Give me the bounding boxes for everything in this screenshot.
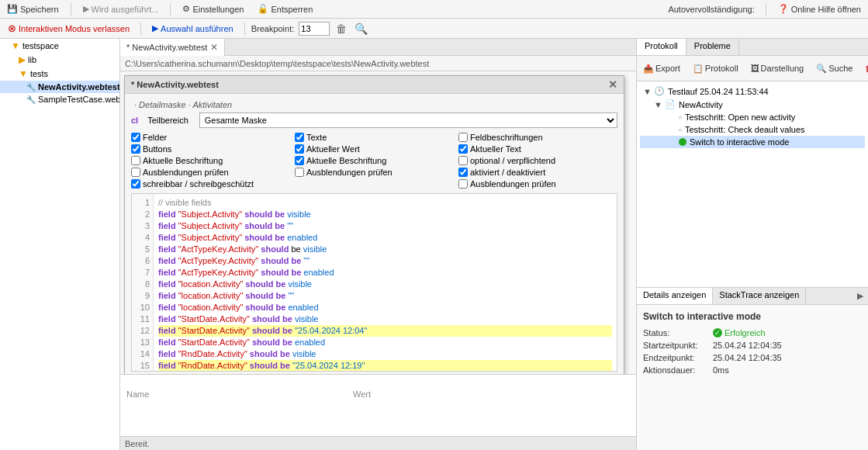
- step-check[interactable]: ▫ Testschritt: Check deault values: [640, 123, 865, 136]
- editor-tab[interactable]: * NewActivity.webtest ✕: [120, 39, 225, 56]
- clock-icon: 🕐: [654, 86, 665, 96]
- teilbereich-select[interactable]: Gesamte Maske: [199, 112, 617, 128]
- tab-protokoll[interactable]: Protokoll: [637, 39, 686, 55]
- unlock-button[interactable]: 🔓 Entsperren: [254, 2, 316, 16]
- code-line: field "RndDate.Activity" should be visib…: [158, 348, 612, 360]
- save-button[interactable]: 💾 Speichern: [3, 2, 63, 16]
- code-line: field "location.Activity" should be "": [158, 290, 612, 302]
- protokoll-leeren-button[interactable]: 🗑 Protokoll leeren: [862, 58, 868, 78]
- tree-item-tests[interactable]: ▼ tests: [0, 67, 119, 81]
- collapse-button[interactable]: ▶: [852, 288, 868, 304]
- checkbox-akt-beschrift1[interactable]: [131, 156, 140, 165]
- right-tabs: Protokoll Probleme: [637, 39, 868, 56]
- protokoll-icon: 📋: [693, 64, 704, 74]
- step-label: Switch to interactive mode: [690, 137, 789, 147]
- export-icon: 📤: [643, 64, 654, 74]
- status-bar: Bereit.: [120, 436, 636, 450]
- newactivity-label: NewActivity: [679, 100, 723, 109]
- dialog-title: * NewActivity.webtest: [131, 80, 219, 89]
- checkbox-aktiviert[interactable]: [458, 168, 468, 177]
- right-panel: Protokoll Probleme 📤 Export 📋 Protokoll …: [637, 39, 868, 450]
- dialog-close-button[interactable]: ✕: [608, 78, 617, 91]
- tab-probleme[interactable]: Probleme: [686, 39, 739, 55]
- protokoll-button[interactable]: 📋 Protokoll: [690, 63, 742, 74]
- details-end-row: Endzeitpunkt: 25.04.24 12:04:35: [643, 353, 862, 362]
- test-icon: 📄: [665, 99, 676, 109]
- file-path-text: C:\Users\catherina.schumann\Desktop\temp…: [125, 59, 429, 68]
- code-line-highlighted: field "RndDate.Activity" should be "25.0…: [158, 360, 612, 371]
- details-content: Switch to interactive mode Status: Erfol…: [637, 305, 868, 450]
- code-line: field "ActTypeKey.Activity" should be en…: [158, 267, 612, 279]
- tab-label: * NewActivity.webtest: [126, 43, 207, 52]
- checkbox-akt-wert[interactable]: [295, 144, 304, 154]
- code-editor[interactable]: 12345 678910 1112131415 1617 /** * Detai…: [120, 71, 636, 374]
- cl-label: cl: [131, 116, 138, 125]
- tree-item-testspace[interactable]: ▼ testspace: [0, 39, 119, 53]
- delete-button[interactable]: 🗑: [334, 21, 348, 36]
- tree-item-lib[interactable]: ▶ lib: [0, 53, 119, 67]
- duration-value: 0ms: [713, 365, 729, 375]
- code-line: field "Subject.Activity" should be visib…: [158, 209, 612, 220]
- details-title: Switch to interactive mode: [643, 311, 862, 322]
- step-open[interactable]: ▫ Testschritt: Open new activity: [640, 111, 865, 123]
- details-duration-row: Aktionsdauer: 0ms: [643, 365, 862, 375]
- tree-item-newactivity[interactable]: 🔧 NewActivity.webtest: [0, 81, 119, 93]
- details-status-row: Status: Erfolgreich: [643, 328, 862, 338]
- cb-ausblend2: Ausblendungen prüfen: [295, 168, 454, 177]
- checkbox-optional[interactable]: [458, 156, 468, 165]
- dialog-overlay: * NewActivity.webtest ✕ · Detailmaske · …: [120, 71, 636, 374]
- step-icon: ▫: [679, 112, 682, 122]
- cb-texte: Texte: [295, 133, 454, 142]
- auswahl-button[interactable]: ▶ Auswahl ausführen: [147, 22, 238, 35]
- settings-button[interactable]: ⚙ Einstellungen: [178, 2, 247, 16]
- top-toolbar: 💾 Speichern ▶ Wird ausgeführt... ⚙ Einst…: [0, 0, 868, 19]
- code-area[interactable]: 12345 678910 1112131415 161718 // visibl…: [131, 193, 617, 372]
- teilbereich-row: cl Teilbereich Gesamte Maske: [131, 112, 617, 128]
- darstellung-button[interactable]: 🖼 Darstellung: [748, 63, 807, 74]
- checkbox-buttons[interactable]: [131, 144, 140, 154]
- tree-item-sampletestcase[interactable]: 🔧 SampleTestCase.webtest: [0, 93, 119, 106]
- running-button[interactable]: ▶ Wird ausgeführt...: [79, 2, 163, 16]
- checkbox-ausblend1[interactable]: [131, 168, 140, 177]
- expand-icon: ▼: [654, 100, 662, 109]
- right-bottom: Details anzeigen StackTrace anzeigen ▶ S…: [637, 287, 868, 450]
- checkbox-akt-text[interactable]: [458, 144, 468, 154]
- cb-felder: Felder: [131, 133, 290, 142]
- checkbox-ausblend2[interactable]: [295, 168, 304, 177]
- checkbox-schreibbar[interactable]: [131, 179, 140, 189]
- online-help-button[interactable]: ❓ Online Hilfe öffnen: [774, 2, 865, 16]
- main-container: ▼ testspace ▶ lib ▼ tests 🔧 NewActivity.…: [0, 39, 868, 450]
- export-button[interactable]: 📤 Export: [640, 63, 683, 74]
- tab-close-button[interactable]: ✕: [210, 42, 218, 53]
- running-icon: ▶: [83, 4, 89, 14]
- code-line: // visible fields: [158, 197, 612, 209]
- checkbox-feldbeschriftungen[interactable]: [458, 133, 468, 142]
- teilbereich-label: Teilbereich: [147, 116, 188, 125]
- testlauf-item[interactable]: ▼ 🕐 Testlauf 25.04.24 11:53:44: [640, 85, 865, 98]
- save-icon: 💾: [7, 4, 18, 14]
- interactive-mode-button[interactable]: ⊗ Interaktiven Modus verlassen: [3, 21, 134, 36]
- dialog-box: * NewActivity.webtest ✕ · Detailmaske · …: [124, 75, 624, 374]
- checkbox-felder[interactable]: [131, 133, 140, 142]
- col-name-header: Name: [126, 389, 353, 399]
- suche-button[interactable]: 🔍 Suche: [813, 63, 856, 74]
- suche-icon: 🔍: [816, 64, 827, 74]
- search-button[interactable]: 🔍: [353, 21, 369, 36]
- checkbox-akt-beschrift2[interactable]: [295, 156, 304, 165]
- tab-details[interactable]: Details anzeigen: [637, 288, 713, 304]
- cb-akt-beschrift1: Aktuelle Beschriftung: [131, 156, 290, 165]
- cb-feldbeschriftungen: Feldbeschriftungen: [458, 133, 617, 142]
- cb-akt-beschrift2: Aktuelle Beschriftung: [295, 156, 454, 165]
- code-line: field "ActTypeKey.Activity" should be vi…: [158, 244, 612, 255]
- checkbox-texte[interactable]: [295, 133, 304, 142]
- step-interactive[interactable]: Switch to interactive mode: [640, 136, 865, 148]
- dialog-section: · Detailmaske · Aktivitaten: [131, 100, 617, 109]
- checkbox-ausblend3[interactable]: [458, 179, 468, 189]
- newactivity-item[interactable]: ▼ 📄 NewActivity: [640, 98, 865, 111]
- breakpoint-input[interactable]: [299, 22, 330, 36]
- end-value: 25.04.24 12:04:35: [713, 353, 782, 362]
- tab-stacktrace[interactable]: StackTrace anzeigen: [713, 288, 806, 304]
- checkbox-grid: Felder Texte Feldbeschriftungen Buttons: [131, 133, 617, 189]
- code-line: field "StartDate.Activity" should be vis…: [158, 313, 612, 325]
- right-bottom-tabs: Details anzeigen StackTrace anzeigen ▶: [637, 288, 868, 305]
